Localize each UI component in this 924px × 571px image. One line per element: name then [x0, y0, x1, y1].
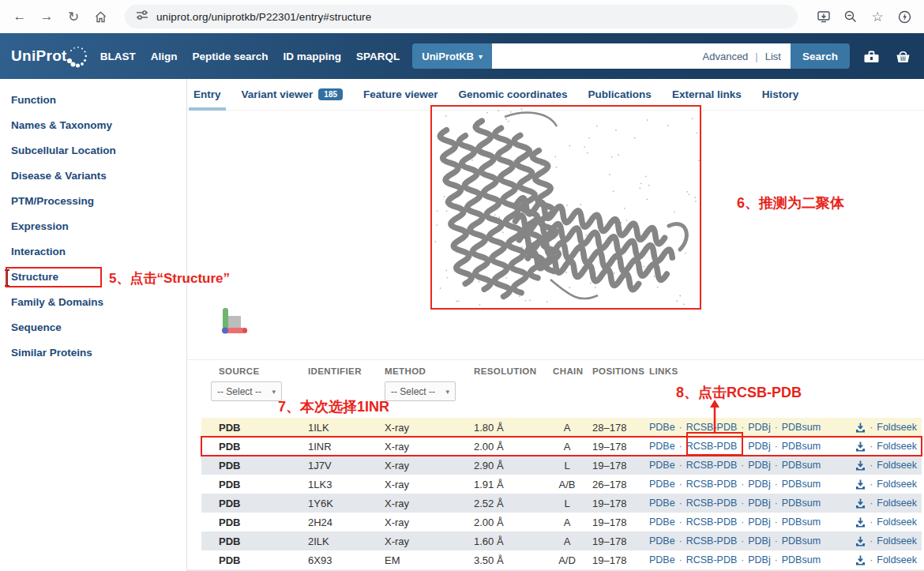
- download-icon[interactable]: [855, 536, 866, 547]
- link-pdbj[interactable]: PDBj: [748, 498, 770, 509]
- tab[interactable]: History: [762, 79, 799, 111]
- cell-resolution: 2.00 Å: [474, 517, 553, 528]
- link-rcsb-pdb[interactable]: RCSB-PDB: [686, 479, 738, 490]
- link-pdbj[interactable]: PDBj: [748, 460, 770, 471]
- download-icon[interactable]: [855, 423, 866, 433]
- forward-icon[interactable]: →: [35, 5, 58, 28]
- caret-down-icon: ▾: [479, 52, 483, 61]
- tab[interactable]: Entry: [193, 79, 221, 111]
- link-pdbe[interactable]: PDBe: [649, 441, 675, 452]
- sidebar-item[interactable]: Family & Domains: [0, 289, 186, 314]
- sidebar-item[interactable]: Expression: [0, 213, 186, 239]
- search-button[interactable]: Search: [791, 43, 850, 69]
- link-foldseek[interactable]: Foldseek: [877, 441, 917, 452]
- download-icon[interactable]: [855, 460, 866, 471]
- link-pdbe[interactable]: PDBe: [649, 422, 675, 433]
- back-icon[interactable]: ←: [8, 5, 32, 28]
- link-rcsb-pdb[interactable]: RCSB-PDB: [686, 535, 738, 547]
- uniprot-logo[interactable]: UniProt: [11, 43, 91, 69]
- tab[interactable]: Feature viewer: [363, 79, 438, 111]
- link-foldseek[interactable]: Foldseek: [877, 535, 917, 547]
- logo-text: UniProt: [11, 47, 67, 65]
- link-pdbsum[interactable]: PDBsum: [782, 517, 821, 528]
- reload-icon[interactable]: ↻: [62, 5, 85, 28]
- zoom-out-icon[interactable]: [839, 5, 862, 28]
- sidebar-item[interactable]: Disease & Variants: [0, 163, 186, 188]
- address-bar[interactable]: uniprot.org/uniprotkb/P22301/entry#struc…: [125, 5, 798, 28]
- cell-resolution: 2.00 Å: [474, 441, 553, 453]
- tab-label: Publications: [588, 88, 652, 100]
- method-filter-select[interactable]: -- Select -- ▾: [385, 381, 456, 401]
- link-foldseek[interactable]: Foldseek: [877, 460, 917, 471]
- annotation-arrow-up: [706, 399, 723, 435]
- cell-links: PDBe · RCSB-PDB · PDBj · PDBsum: [649, 479, 922, 490]
- link-pdbsum[interactable]: PDBsum: [782, 554, 821, 565]
- link-pdbsum[interactable]: PDBsum: [782, 441, 821, 452]
- link-foldseek[interactable]: Foldseek: [877, 422, 917, 433]
- link-rcsb-pdb[interactable]: RCSB-PDB: [686, 498, 738, 509]
- separator-dot: ·: [870, 479, 873, 490]
- advanced-search-link[interactable]: Advanced: [703, 51, 749, 62]
- sidebar-item[interactable]: Similar Proteins: [0, 340, 186, 365]
- home-icon[interactable]: [88, 5, 112, 28]
- download-icon[interactable]: [855, 479, 866, 490]
- link-rcsb-pdb[interactable]: RCSB-PDB: [686, 517, 738, 528]
- separator-dot: ·: [741, 479, 744, 490]
- link-pdbe[interactable]: PDBe: [649, 535, 675, 547]
- header-nav-link[interactable]: Peptide search: [192, 51, 268, 62]
- sidebar-item[interactable]: Subcellular Location: [0, 137, 186, 163]
- sidebar-item[interactable]: PTM/Processing: [0, 188, 186, 213]
- basket-icon[interactable]: [892, 47, 913, 66]
- sidebar-item[interactable]: Function: [0, 87, 186, 112]
- tab-label: Variant viewer: [242, 88, 314, 100]
- download-icon[interactable]: [855, 555, 866, 565]
- header-nav-link[interactable]: ID mapping: [284, 51, 342, 62]
- sidebar-item[interactable]: Names & Taxonomy: [0, 112, 186, 137]
- link-pdbsum[interactable]: PDBsum: [782, 479, 821, 490]
- tab[interactable]: Variant viewer 185: [242, 79, 344, 111]
- link-rcsb-pdb[interactable]: RCSB-PDB: [686, 460, 738, 471]
- tracking-protection-icon[interactable]: [136, 9, 148, 24]
- header-nav-link[interactable]: Align: [151, 51, 178, 62]
- install-icon[interactable]: [812, 5, 836, 28]
- link-pdbsum[interactable]: PDBsum: [782, 460, 821, 471]
- download-icon[interactable]: [855, 441, 866, 452]
- link-pdbsum[interactable]: PDBsum: [782, 422, 821, 433]
- separator-dot: ·: [870, 517, 873, 528]
- link-foldseek[interactable]: Foldseek: [877, 479, 917, 490]
- link-pdbj[interactable]: PDBj: [748, 441, 770, 452]
- source-filter-select[interactable]: -- Select -- ▾: [211, 381, 282, 401]
- caret-down-icon: ▾: [272, 388, 276, 396]
- link-pdbe[interactable]: PDBe: [649, 479, 675, 490]
- extension-icon[interactable]: [892, 5, 916, 28]
- search-input[interactable]: [501, 43, 695, 69]
- link-pdbe[interactable]: PDBe: [649, 517, 675, 528]
- header-nav-link[interactable]: BLAST: [100, 51, 136, 62]
- link-pdbsum[interactable]: PDBsum: [782, 498, 821, 509]
- link-pdbj[interactable]: PDBj: [748, 554, 770, 565]
- link-pdbj[interactable]: PDBj: [748, 535, 770, 547]
- link-pdbj[interactable]: PDBj: [748, 517, 770, 528]
- link-pdbsum[interactable]: PDBsum: [782, 535, 821, 547]
- separator-dot: ·: [741, 422, 744, 433]
- link-foldseek[interactable]: Foldseek: [877, 517, 917, 528]
- download-icon[interactable]: [855, 517, 866, 528]
- list-link[interactable]: List: [765, 51, 781, 62]
- link-pdbj[interactable]: PDBj: [748, 422, 770, 433]
- cell-method: X-ray: [385, 422, 474, 434]
- namespace-dropdown[interactable]: UniProtKB ▾: [412, 43, 492, 69]
- sidebar-item[interactable]: Interaction: [0, 239, 186, 264]
- bookmark-star-icon[interactable]: ☆: [866, 5, 889, 28]
- link-pdbj[interactable]: PDBj: [748, 479, 770, 490]
- link-foldseek[interactable]: Foldseek: [877, 498, 917, 509]
- header-nav-link[interactable]: SPARQL: [356, 51, 400, 62]
- download-icon[interactable]: [855, 498, 866, 509]
- link-pdbe[interactable]: PDBe: [649, 554, 675, 565]
- sidebar-item[interactable]: Sequence: [0, 314, 186, 340]
- link-pdbe[interactable]: PDBe: [649, 498, 675, 509]
- link-rcsb-pdb[interactable]: RCSB-PDB: [686, 554, 738, 565]
- cell-links: PDBe · RCSB-PDB · PDBj · PDBsum: [649, 422, 922, 433]
- toolbox-icon[interactable]: [861, 47, 881, 66]
- link-pdbe[interactable]: PDBe: [649, 460, 675, 471]
- link-foldseek[interactable]: Foldseek: [877, 554, 917, 565]
